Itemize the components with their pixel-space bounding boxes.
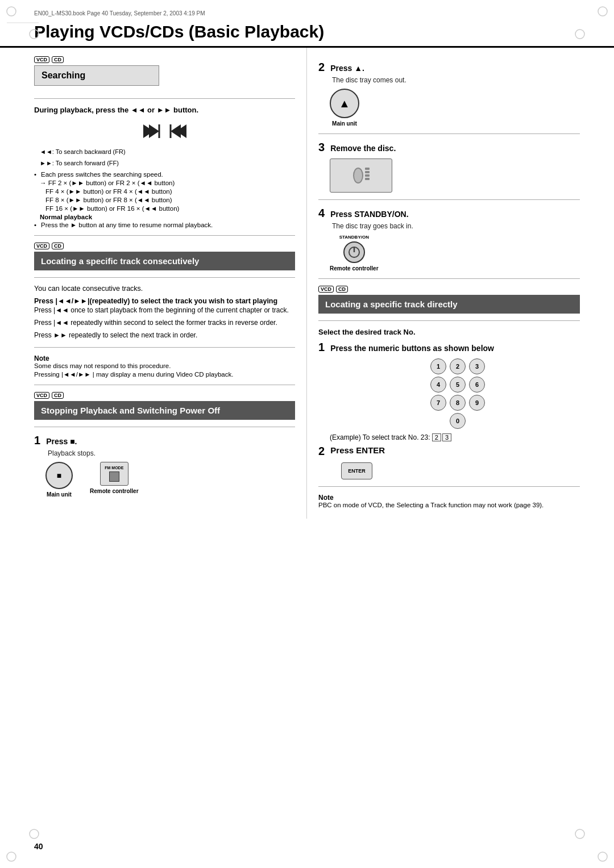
enter-text: ENTER: [348, 468, 366, 474]
track-digit-2: 2: [432, 433, 441, 441]
divider5: [34, 385, 295, 385]
direct-step2-num: 2: [318, 445, 325, 457]
svg-point-3: [598, 7, 607, 16]
file-info: EN00_L-MS30.book Page 40 Tuesday, Septem…: [0, 0, 614, 16]
stop-step1-desc: Playback stops.: [48, 449, 295, 457]
divider-r5: [318, 486, 580, 487]
ff4-item: FF 4 × (►► button) or FR 4 × (◄◄ button): [34, 188, 295, 195]
cd-buttons-group: [365, 168, 370, 183]
standby-circle: [343, 241, 365, 263]
remove-step3-label: Remove the disc.: [330, 144, 396, 153]
numeric-keypad: 1 2 3 4 5 6 7 8 9 0: [335, 358, 580, 429]
key-2: 2: [450, 358, 466, 374]
eject-step2-num: 2: [318, 61, 325, 74]
key-6: 6: [469, 377, 485, 393]
standby-step4-desc: The disc tray goes back in.: [332, 222, 580, 230]
standby-step4: 4 Press STANDBY/ON. The disc tray goes b…: [318, 207, 580, 272]
remove-step3-header: 3 Remove the disc.: [318, 141, 580, 154]
cd-player-visual: [330, 158, 580, 193]
direct-step2-header: 2 Press ENTER: [318, 445, 580, 458]
divider: [34, 98, 295, 99]
search-icon-display: [34, 120, 295, 143]
key-4: 4: [430, 377, 446, 393]
locate-vcd-badge: VCD: [34, 243, 49, 249]
direct-step1-header: 1 Press the numeric buttons as shown bel…: [318, 341, 580, 354]
fm-mode-text: FM MODE: [105, 466, 123, 470]
stopping-heading: Stopping Playback and Switching Power Of…: [34, 401, 295, 420]
divider-r1: [318, 133, 580, 134]
cd-btn3: [365, 174, 370, 177]
locate-desc3: Press ►► repeatedly to select the next t…: [34, 330, 295, 340]
locating-direct-section: VCD CD Locating a specific track directl…: [318, 286, 580, 508]
corner-decoration-br: [574, 828, 608, 862]
svg-marker-10: [149, 124, 159, 138]
ff8-item: FF 8 × (►► button) or FR 8 × (◄◄ button): [34, 197, 295, 203]
page-number: 40: [34, 842, 43, 851]
divider6: [34, 427, 295, 427]
cd-player-image: [330, 158, 392, 193]
bullet-item-2: Press the ► button at any time to resume…: [34, 222, 295, 228]
track-num-display: 2 3: [432, 433, 451, 441]
remove-disc-step3: 3 Remove the disc.: [318, 141, 580, 193]
keypad-row-0: 0: [450, 413, 466, 429]
locate-sub: You can locate consecutive tracks.: [34, 285, 295, 293]
direct-vcd-badge: VCD: [318, 286, 334, 293]
legend-fr: ◄◄: To search backward (FR): [34, 148, 295, 155]
locating-direct-heading: Locating a specific track directly: [318, 295, 580, 314]
divider4: [34, 347, 295, 348]
locate-desc2: Press |◄◄ repeatedly within second to se…: [34, 318, 295, 328]
svg-point-1: [30, 30, 39, 39]
locate-consec-badges: VCD CD: [34, 243, 295, 249]
standby-label-text: STANDBY/ON: [339, 235, 369, 240]
keypad-row-3: 7 8 9: [430, 395, 485, 411]
vcd-badge: VCD: [34, 56, 49, 63]
vcd-cd-badges: VCD CD: [34, 56, 295, 63]
key-9: 9: [469, 395, 485, 411]
standby-device-container: STANDBY/ON Remote controller: [330, 235, 580, 272]
key-5: 5: [450, 377, 466, 393]
stop-icons-row: ■ Main unit FM MODE Remote controller: [45, 462, 295, 498]
eject-arrow-icon: ▲: [339, 98, 350, 109]
divider-r2: [318, 199, 580, 200]
svg-point-5: [7, 852, 16, 861]
locate-cd-badge: CD: [52, 243, 64, 249]
cd-btn1: [365, 168, 370, 170]
searching-section: VCD CD Searching During playback, press …: [34, 56, 295, 228]
locate-bold-instruction: Press |◄◄/►►|(repeatedly) to select the …: [34, 297, 295, 305]
key-3: 3: [469, 358, 485, 374]
stop-step1-header: 1 Press ■.: [34, 434, 295, 447]
remote-stop-device: FM MODE Remote controller: [90, 462, 139, 494]
direct-note-label: Note: [318, 494, 580, 502]
search-bullet2: Press the ► button at any time to resume…: [34, 222, 295, 228]
divider-r3: [318, 278, 580, 279]
locate-desc1: Press |◄◄ once to start playback from th…: [34, 305, 295, 315]
key-7: 7: [430, 395, 446, 411]
divider2: [34, 235, 295, 236]
cd-btn4: [365, 178, 370, 180]
svg-point-6: [30, 829, 39, 838]
main-unit-stop-device: ■ Main unit: [45, 462, 73, 498]
select-track-text: Select the desired track No.: [318, 328, 580, 336]
eject-step2-label: Press ▲.: [330, 64, 364, 73]
keypad-row-2: 4 5 6: [430, 377, 485, 393]
cd-disc-slot: [353, 168, 363, 183]
direct-step2-label: Press ENTER: [330, 445, 385, 455]
page-title: Playing VCDs/CDs (Basic Playback): [0, 16, 614, 48]
svg-point-4: [575, 30, 584, 39]
main-unit-eject-device: ▲ Main unit: [330, 89, 359, 127]
eject-step2: 2 Press ▲. The disc tray comes out. ▲ Ma…: [318, 61, 580, 127]
locating-consecutive-heading: Locating a specific track consecutively: [34, 252, 295, 270]
stopping-section: VCD CD Stopping Playback and Switching P…: [34, 392, 295, 498]
divider3: [34, 277, 295, 278]
stop-step1-num: 1: [34, 434, 40, 447]
fm-stop-square: [109, 471, 119, 482]
stop-step1-label: Press ■.: [46, 437, 77, 446]
remote-standby-label: Remote controller: [330, 265, 379, 272]
key-8: 8: [450, 395, 466, 411]
example-text: (Example) To select track No. 23: 2 3: [330, 433, 580, 441]
search-bullets: Each press switches the searching speed.: [34, 171, 295, 178]
svg-point-0: [7, 7, 16, 16]
remote-stop-box: FM MODE: [100, 462, 128, 486]
ff16-item: FF 16 × (►► button) or FR 16 × (◄◄ butto…: [34, 205, 295, 212]
note1: Some discs may not respond to this proce…: [34, 362, 295, 369]
